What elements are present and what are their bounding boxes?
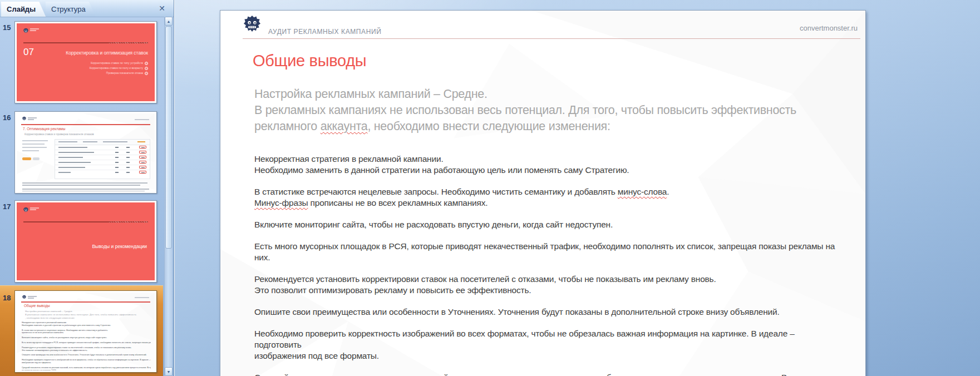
- slide-number-15: 15: [3, 23, 11, 32]
- paragraph-bounce-rate: Средний показатель отказов по рекламе вы…: [254, 372, 836, 376]
- scroll-up-button[interactable]: ▲: [165, 17, 173, 26]
- tab-outline[interactable]: Структура: [46, 2, 96, 17]
- pane-tabbar: Слайды Структура ✕: [0, 0, 174, 17]
- thumbnail-18-title: Общие выводы: [24, 304, 50, 308]
- slide-title[interactable]: Общие выводы: [253, 52, 366, 70]
- thumbnail-18-body: Некорректная стратегия в рекламной кампа…: [22, 321, 151, 370]
- logo-text-bars: [28, 117, 37, 121]
- thumbnail-16-canvas: 7. Оптимизация рекламы Корректировка ста…: [17, 113, 155, 191]
- paragraph-bid-adjustments: Рекомендуется установить корректировки с…: [254, 274, 836, 296]
- slide-header-brand: АУДИТ РЕКЛАМНЫХ КАМПАНИЙ: [268, 28, 381, 36]
- logo-text-bars: [28, 296, 37, 299]
- convertmonster-logo-icon: [23, 207, 28, 212]
- scroll-down-button[interactable]: ▼: [165, 367, 173, 376]
- gray-button-bar: [33, 157, 40, 160]
- slide-thumbnail-15[interactable]: 07 Корректировка и оптимизация ставок Ко…: [14, 21, 157, 103]
- footnote-bars: [22, 182, 149, 191]
- logo-text-bars: [30, 28, 39, 32]
- convertmonster-logo-icon: [244, 14, 260, 34]
- thumbnail-17-canvas: Выводы и рекомендации: [17, 202, 155, 280]
- stats-table-mock: [55, 139, 150, 179]
- editing-workspace: АУДИТ РЕКЛАМНЫХ КАМПАНИЙ convertmonster.…: [175, 0, 980, 376]
- thumbnail-18-canvas: Общие выводы Настройка рекламных кампани…: [17, 293, 155, 370]
- paragraph-callouts: Опишите свои преимущества или особенност…: [254, 306, 836, 318]
- chapter-number: 07: [23, 47, 34, 58]
- thumbnail-15-canvas: 07 Корректировка и оптимизация ставок Ко…: [17, 23, 155, 101]
- main-slide-canvas[interactable]: АУДИТ РЕКЛАМНЫХ КАМПАНИЙ convertmonster.…: [220, 10, 866, 376]
- slide-number-16: 16: [3, 113, 11, 122]
- close-pane-button[interactable]: ✕: [155, 2, 169, 14]
- close-icon: ✕: [159, 4, 165, 13]
- thumbnail-15-title: Корректировка и оптимизация ставок: [66, 50, 148, 56]
- thumbnail-17-title: Выводы и рекомендации: [92, 244, 147, 249]
- paragraph-strategy: Некорректная стратегия в рекламной кампа…: [254, 154, 836, 176]
- thumbnail-16-title: 7. Оптимизация рекламы: [23, 127, 65, 131]
- convertmonster-logo-icon: [22, 116, 26, 121]
- site-text-bar: [135, 297, 149, 298]
- paragraph-monitoring: Включите мониторинг сайта, чтобы не расх…: [254, 219, 836, 230]
- header-red-line: [21, 124, 150, 125]
- misspelled-word: аккаунта: [321, 120, 368, 133]
- misspelled-word: Минус-фразы: [254, 198, 308, 207]
- slide-intro-textbox[interactable]: Настройка рекламных кампаний – Средне. В…: [254, 86, 796, 135]
- header-divider-line: [243, 38, 860, 39]
- divider-line: [23, 221, 148, 222]
- selected-slide-row: 18 Общие выводы Настройка рекламных камп…: [0, 285, 163, 376]
- intro-line-3: рекламного аккаунта, необходимо внести с…: [254, 118, 796, 135]
- scroll-down-icon: ▼: [167, 370, 171, 374]
- sidebar-bars: [22, 140, 51, 164]
- slide-header-site: convertmonster.ru: [800, 24, 858, 32]
- scroll-up-icon: ▲: [167, 19, 171, 23]
- divider-line: [23, 42, 148, 43]
- slide-number-18: 18: [3, 294, 11, 302]
- thumbnail-15-bullets: Корректировка ставок по типу устройств К…: [90, 61, 148, 76]
- slide-thumbnail-16[interactable]: 7. Оптимизация рекламы Корректировка ста…: [14, 111, 157, 194]
- site-text-bar: [135, 119, 149, 120]
- convertmonster-logo-icon: [22, 295, 26, 299]
- intro-line-1: Настройка рекламных кампаний – Средне.: [254, 86, 796, 102]
- pane-scrollbar[interactable]: ▲ ▼: [164, 17, 173, 376]
- logo-text-bars: [30, 207, 39, 211]
- paragraph-minus-words: В статистике встречаются нецелевые запро…: [254, 186, 836, 209]
- powerpoint-window: Слайды Структура ✕ 15 07 Корректировка и…: [0, 0, 980, 376]
- slides-pane: Слайды Структура ✕ 15 07 Корректировка и…: [0, 0, 174, 376]
- bullet-marker-icon: [145, 62, 148, 65]
- tab-slides[interactable]: Слайды: [1, 2, 46, 17]
- paragraph-rsya: Есть много мусорных площадок в РСЯ, кото…: [254, 241, 836, 263]
- slide-number-17: 17: [3, 202, 11, 211]
- header-red-line: [21, 301, 150, 303]
- slide-body-textbox[interactable]: Некорректная стратегия в рекламной кампа…: [254, 154, 836, 376]
- thumbnail-18-intro: Настройка рекламных кампаний – Средне. В…: [25, 310, 152, 319]
- misspelled-word: минус-слова: [618, 187, 667, 196]
- slide-thumbnail-17[interactable]: Выводы и рекомендации: [14, 200, 157, 283]
- bullet-marker-icon: [145, 72, 148, 75]
- intro-line-2: В рекламных кампаниях не использован вес…: [254, 102, 796, 118]
- paragraph-images: Необходимо проверить корректность изобра…: [254, 328, 836, 362]
- slide-thumbnail-18[interactable]: Общие выводы Настройка рекламных кампани…: [14, 290, 157, 373]
- scrollbar-thumb[interactable]: [165, 26, 172, 249]
- orange-button-bar: [22, 157, 31, 160]
- bullet-marker-icon: [145, 67, 148, 70]
- convertmonster-logo-icon: [23, 28, 28, 33]
- thumbnail-16-subtitle: Корректировка ставок и проверка показате…: [24, 132, 94, 136]
